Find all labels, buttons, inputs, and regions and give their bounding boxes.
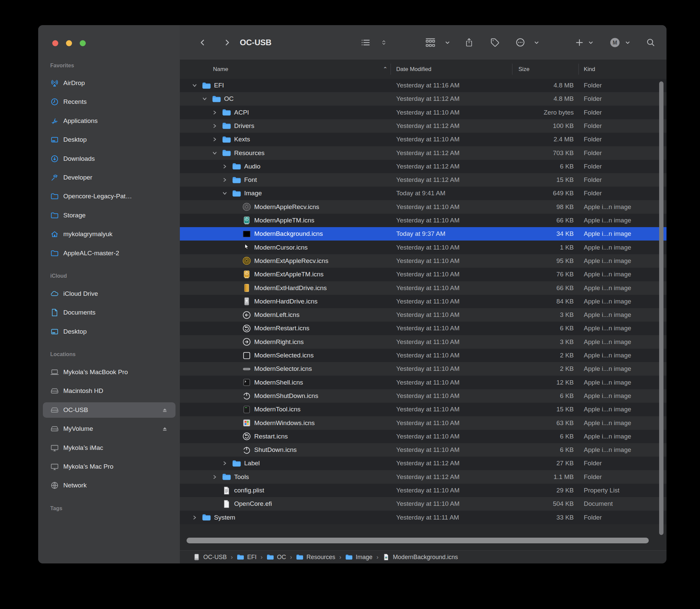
file-row-modernextappletm-icns[interactable]: ModernExtAppleTM.icnsYesterday at 11:10 … — [180, 268, 666, 281]
file-row-opencore-efi[interactable]: OpenCore.efiYesterday at 11:10 AM504 KBD… — [180, 497, 666, 510]
file-row-oc[interactable]: OCYesterday at 11:12 AM4.8 MBFolder — [180, 92, 666, 105]
group-chevron-button[interactable] — [444, 25, 451, 59]
sidebar-item-opencore-legacy-pat[interactable]: Opencore-Legacy-Pat… — [43, 189, 175, 204]
file-row-efi[interactable]: EFIYesterday at 11:16 AM4.8 MBFolder — [180, 79, 666, 92]
sidebar-item-documents[interactable]: Documents — [43, 305, 175, 320]
view-sort-button[interactable] — [381, 25, 387, 59]
file-row-image[interactable]: ImageToday at 9:41 AM649 KBFolder — [180, 187, 666, 200]
path-item-oc-usb[interactable]: OC-USB — [193, 553, 227, 561]
file-row-modernbackground-icns[interactable]: ModernBackground.icnsToday at 9:37 AM34 … — [180, 227, 666, 241]
file-row-modernrestart-icns[interactable]: ModernRestart.icnsYesterday at 11:10 AM6… — [180, 321, 666, 335]
file-row-modernextharddrive-icns[interactable]: ModernExtHardDrive.icnsYesterday at 11:1… — [180, 281, 666, 295]
sidebar-item-downloads[interactable]: Downloads — [43, 151, 175, 167]
sidebar-item-desktop[interactable]: Desktop — [43, 324, 175, 340]
file-row-kexts[interactable]: KextsYesterday at 11:10 AM2.4 MBFolder — [180, 133, 666, 146]
new-button[interactable] — [575, 25, 584, 59]
path-item-modernbackground-icns[interactable]: ModernBackground.icns — [383, 553, 458, 561]
disclosure-closed-icon[interactable] — [192, 511, 197, 524]
sidebar-item-mykola-s-imac[interactable]: Mykola’s iMac — [43, 440, 175, 456]
file-row-system[interactable]: SystemYesterday at 11:11 AM33 KBFolder — [180, 511, 666, 524]
file-row-label[interactable]: LabelYesterday at 11:12 AM27 KBFolder — [180, 457, 666, 470]
column-header-kind[interactable]: Kind — [584, 59, 595, 79]
file-row-audio[interactable]: AudioYesterday at 11:12 AM6 KBFolder — [180, 160, 666, 173]
file-row-modernextapplerecv-icns[interactable]: ModernExtAppleRecv.icnsYesterday at 11:1… — [180, 254, 666, 268]
account-chevron-button[interactable] — [625, 25, 631, 59]
sidebar-item-mykolagrymalyuk[interactable]: mykolagrymalyuk — [43, 226, 175, 242]
file-row-font[interactable]: FontYesterday at 11:12 AM15 KBFolder — [180, 173, 666, 187]
path-item-oc[interactable]: OC — [267, 553, 286, 561]
file-row-modernharddrive-icns[interactable]: ModernHardDrive.icnsYesterday at 11:10 A… — [180, 295, 666, 308]
file-row-modernwindows-icns[interactable]: ModernWindows.icnsYesterday at 11:10 AM6… — [180, 416, 666, 430]
sidebar-item-icloud-drive[interactable]: iCloud Drive — [43, 286, 175, 301]
file-row-modernshell-icns[interactable]: ModernShell.icnsYesterday at 11:10 AM12 … — [180, 376, 666, 389]
file-row-modernapplerecv-icns[interactable]: ModernAppleRecv.icnsYesterday at 11:10 A… — [180, 200, 666, 214]
view-list-button[interactable] — [361, 25, 371, 59]
eject-icon[interactable] — [161, 407, 168, 413]
sidebar-item-myvolume[interactable]: MyVolume — [43, 421, 175, 436]
file-row-acpi[interactable]: ACPIYesterday at 11:10 AMZero bytesFolde… — [180, 106, 666, 119]
sidebar-item-recents[interactable]: Recents — [43, 94, 175, 109]
sidebar-item-applealc-master-2[interactable]: AppleALC-master-2 — [43, 246, 175, 261]
file-row-resources[interactable]: ResourcesYesterday at 11:12 AM703 KBFold… — [180, 146, 666, 160]
new-chevron-button[interactable] — [588, 25, 594, 59]
file-row-moderntool-icns[interactable]: ModernTool.icnsYesterday at 11:10 AM15 K… — [180, 403, 666, 416]
account-button[interactable]: M — [610, 25, 620, 59]
zoom-button[interactable] — [80, 40, 86, 46]
file-row-modernleft-icns[interactable]: ModernLeft.icnsYesterday at 11:10 AM3 KB… — [180, 308, 666, 321]
search-button[interactable] — [646, 25, 655, 59]
file-size: 63 KB — [502, 416, 574, 430]
vertical-scrollbar[interactable] — [659, 82, 664, 535]
sidebar-item-oc-usb[interactable]: OC-USB — [43, 402, 175, 418]
file-row-modernappletm-icns[interactable]: ModernAppleTM.icnsYesterday at 11:10 AM6… — [180, 214, 666, 227]
column-header-name[interactable]: Name — [213, 59, 228, 79]
disclosure-open-icon[interactable] — [202, 92, 207, 105]
tags-button[interactable] — [490, 25, 500, 59]
close-button[interactable] — [52, 40, 58, 46]
file-row-modernselector-icns[interactable]: ModernSelector.icnsYesterday at 11:10 AM… — [180, 362, 666, 376]
back-button[interactable] — [198, 25, 207, 59]
disclosure-closed-icon[interactable] — [222, 173, 227, 187]
file-row-restart-icns[interactable]: Restart.icnsYesterday at 11:10 AM6 KBApp… — [180, 430, 666, 443]
file-row-config-plist[interactable]: config.plistYesterday at 11:10 AM29 KBPr… — [180, 484, 666, 497]
sidebar-item-storage[interactable]: Storage — [43, 208, 175, 223]
sidebar-item-desktop[interactable]: Desktop — [43, 132, 175, 147]
disclosure-closed-icon[interactable] — [212, 119, 217, 133]
horizontal-scrollbar[interactable] — [187, 538, 649, 543]
sidebar-item-mykola-s-mac-pro[interactable]: Mykola’s Mac Pro — [43, 459, 175, 474]
disclosure-open-icon[interactable] — [222, 187, 227, 200]
disclosure-closed-icon[interactable] — [212, 133, 217, 146]
group-button[interactable] — [425, 25, 436, 59]
file-row-modernshutdown-icns[interactable]: ModernShutDown.icnsYesterday at 11:10 AM… — [180, 389, 666, 403]
file-name: ModernSelected.icns — [254, 349, 314, 362]
sidebar-item-macintosh-hd[interactable]: Macintosh HD — [43, 383, 175, 399]
path-item-efi[interactable]: EFI — [237, 553, 257, 561]
more-button[interactable] — [515, 25, 525, 59]
minimize-button[interactable] — [66, 40, 72, 46]
sidebar-item-network[interactable]: Network — [43, 478, 175, 493]
more-chevron-button[interactable] — [533, 25, 540, 59]
share-button[interactable] — [465, 25, 474, 59]
sidebar-item-airdrop[interactable]: AirDrop — [43, 75, 175, 91]
forward-button[interactable] — [223, 25, 231, 59]
column-header-date[interactable]: Date Modified — [396, 59, 432, 79]
file-row-modernselected-icns[interactable]: ModernSelected.icnsYesterday at 11:10 AM… — [180, 349, 666, 362]
file-row-modernright-icns[interactable]: ModernRight.icnsYesterday at 11:10 AM3 K… — [180, 335, 666, 349]
path-item-resources[interactable]: Resources — [296, 553, 335, 561]
file-row-shutdown-icns[interactable]: ShutDown.icnsYesterday at 11:10 AM6 KBAp… — [180, 443, 666, 457]
sidebar-item-mykola-s-macbook-pro[interactable]: Mykola’s MacBook Pro — [43, 364, 175, 380]
disclosure-closed-icon[interactable] — [222, 457, 227, 470]
sidebar-item-developer[interactable]: Developer — [43, 170, 175, 185]
disclosure-closed-icon[interactable] — [212, 106, 217, 119]
file-row-moderncursor-icns[interactable]: ModernCursor.icnsYesterday at 11:10 AM1 … — [180, 241, 666, 254]
file-row-drivers[interactable]: DriversYesterday at 11:12 AM100 KBFolder — [180, 119, 666, 133]
window-title: OC-USB — [240, 25, 272, 59]
column-header-size[interactable]: Size — [519, 59, 529, 79]
disclosure-open-icon[interactable] — [192, 79, 197, 92]
path-item-image[interactable]: Image — [345, 553, 372, 561]
disclosure-open-icon[interactable] — [212, 146, 217, 160]
disclosure-closed-icon[interactable] — [212, 470, 217, 484]
disclosure-closed-icon[interactable] — [222, 160, 227, 173]
eject-icon[interactable] — [161, 425, 168, 432]
sidebar-item-applications[interactable]: Applications — [43, 113, 175, 129]
file-row-tools[interactable]: ToolsYesterday at 11:12 AM1.1 MBFolder — [180, 470, 666, 484]
